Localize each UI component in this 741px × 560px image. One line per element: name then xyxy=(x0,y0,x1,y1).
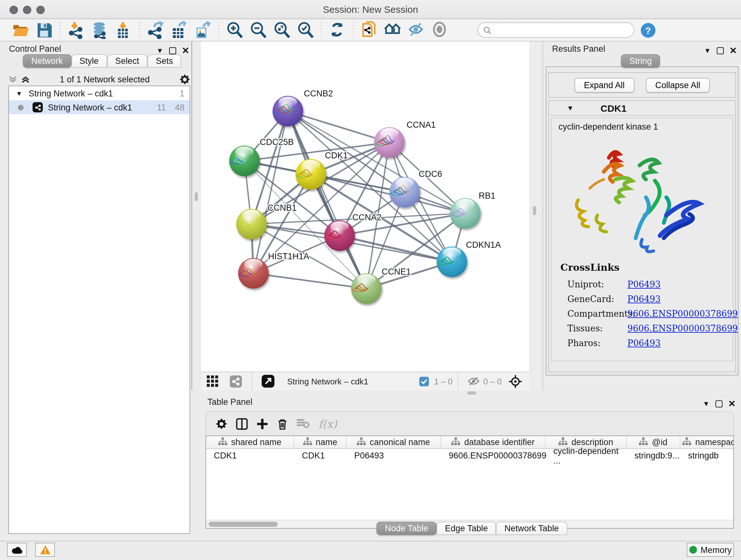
column-header-shared-name[interactable]: shared name xyxy=(206,436,294,448)
node-label-CDKN1A: CDKN1A xyxy=(466,240,501,250)
cloud-button[interactable] xyxy=(7,543,27,557)
birds-eye-view-icon[interactable] xyxy=(507,373,524,390)
gear-icon[interactable] xyxy=(179,74,190,85)
column-header-@id[interactable]: @id xyxy=(627,436,680,448)
crosslink-value-link[interactable]: 9606.ENSP00000378699 xyxy=(627,323,738,333)
collapse-panel-icon[interactable]: ▼ xyxy=(704,47,711,54)
memory-button[interactable]: Memory xyxy=(687,543,734,557)
import-network-icon[interactable] xyxy=(68,21,85,39)
float-panel-icon[interactable] xyxy=(717,47,724,54)
cell-shared-name[interactable]: CDK1 xyxy=(206,451,294,460)
zoom-in-icon[interactable] xyxy=(226,21,243,39)
node-CCNA2[interactable] xyxy=(324,220,355,251)
table-settings-gear-icon[interactable] xyxy=(216,418,227,429)
edge-HIST1H1A-CCNE1[interactable] xyxy=(253,273,366,289)
collapse-panel-icon[interactable]: ▼ xyxy=(156,47,163,54)
node-HIST1H1A[interactable] xyxy=(238,258,269,289)
tab-edge-table[interactable]: Edge Table xyxy=(436,522,496,535)
selected-checkbox-icon[interactable] xyxy=(415,373,433,390)
expand-all-button[interactable]: Expand All xyxy=(575,78,634,92)
tab-network-table[interactable]: Network Table xyxy=(496,522,567,535)
node-RB1[interactable] xyxy=(450,198,481,229)
gene-section-header[interactable]: ▼ CDK1 xyxy=(549,101,735,116)
tab-string[interactable]: String xyxy=(621,54,660,68)
node-CDKN1A[interactable] xyxy=(436,246,467,277)
edge-CCNB2-HIST1H1A[interactable] xyxy=(253,111,288,273)
expand-all-icon[interactable] xyxy=(21,75,30,84)
zoom-out-icon[interactable] xyxy=(250,21,267,39)
cell-namespac[interactable]: stringdb xyxy=(680,451,734,460)
tab-sets[interactable]: Sets xyxy=(147,54,181,68)
node-table[interactable]: shared namenamecanonical namedatabase id… xyxy=(205,435,734,529)
crosslink-value-link[interactable]: P06493 xyxy=(627,338,661,348)
network-tree-item[interactable]: ▼String Network – cdk11 xyxy=(9,86,190,100)
hide-panel-icon[interactable] xyxy=(408,21,425,39)
zoom-fit-icon[interactable] xyxy=(273,21,290,39)
network-tree-item[interactable]: String Network – cdk11148 xyxy=(9,100,190,114)
warnings-button[interactable] xyxy=(35,543,55,557)
right-splitter[interactable] xyxy=(529,42,543,390)
annotation-icon[interactable] xyxy=(360,21,378,39)
help-icon[interactable]: ? xyxy=(639,21,657,39)
export-table-icon[interactable] xyxy=(171,21,188,39)
node-CCNA1[interactable] xyxy=(374,127,405,158)
zoom-selected-icon[interactable] xyxy=(297,21,314,39)
collapse-all-icon[interactable] xyxy=(8,75,17,84)
save-icon[interactable] xyxy=(36,21,53,39)
show-panel-icon[interactable] xyxy=(431,21,449,39)
cell-name[interactable]: CDK1 xyxy=(294,451,347,460)
edge-count: 48 xyxy=(175,103,185,112)
collapse-node-icon[interactable]: ▼ xyxy=(16,90,22,97)
search-input[interactable] xyxy=(477,22,634,38)
grid-view-icon[interactable] xyxy=(204,373,221,390)
edge-CCNB2-CCNA1[interactable] xyxy=(288,111,389,142)
node-CCNE1[interactable] xyxy=(351,273,382,304)
collapse-panel-icon[interactable]: ▼ xyxy=(703,400,710,408)
crosslink-value-link[interactable]: 9606.ENSP00000378699 xyxy=(627,308,738,319)
node-CDC25B[interactable] xyxy=(229,145,260,176)
close-panel-icon[interactable]: ✕ xyxy=(728,398,736,409)
import-table-icon[interactable] xyxy=(115,21,132,39)
crosslink-value-link[interactable]: P06493 xyxy=(627,294,661,304)
show-columns-icon[interactable] xyxy=(236,418,248,429)
table-row[interactable]: CDK1CDK1P064939606.ENSP00000378699cyclin… xyxy=(206,449,733,462)
left-splitter[interactable] xyxy=(192,42,201,390)
close-panel-icon[interactable]: ✕ xyxy=(182,45,189,56)
open-in-window-icon[interactable] xyxy=(259,373,276,390)
float-panel-icon[interactable] xyxy=(716,400,723,407)
close-panel-icon[interactable]: ✕ xyxy=(730,45,737,56)
scrollbar-thumb[interactable] xyxy=(209,522,278,527)
crosslink-value-link[interactable]: P06493 xyxy=(627,279,661,289)
export-network-icon[interactable] xyxy=(147,21,164,39)
node-CDC6[interactable] xyxy=(389,177,420,207)
collapse-section-icon[interactable]: ▼ xyxy=(567,104,574,112)
open-folder-icon[interactable] xyxy=(12,21,29,39)
tab-select[interactable]: Select xyxy=(107,54,147,68)
edge-CCNA2-CDKN1A[interactable] xyxy=(340,236,452,262)
tab-network[interactable]: Network xyxy=(23,54,71,68)
home-icon[interactable] xyxy=(384,21,401,39)
refresh-icon[interactable] xyxy=(329,21,346,39)
node-CDK1[interactable] xyxy=(295,159,326,190)
node-CCNB1[interactable] xyxy=(236,209,267,240)
collapse-all-button[interactable]: Collapse All xyxy=(646,78,710,92)
column-header-namespac[interactable]: namespac xyxy=(680,436,734,448)
cell-database-identifier[interactable]: 9606.ENSP00000378699 xyxy=(441,451,546,460)
node-label-CCNE1: CCNE1 xyxy=(382,267,411,276)
cell-canonical-name[interactable]: P06493 xyxy=(347,451,441,460)
column-header-database-identifier[interactable]: database identifier xyxy=(441,436,546,448)
cell-description[interactable]: cyclin-dependent ... xyxy=(546,446,627,465)
export-image-icon[interactable] xyxy=(194,21,211,39)
import-database-icon[interactable] xyxy=(91,21,109,39)
float-panel-icon[interactable] xyxy=(169,47,176,54)
node-CCNB2[interactable] xyxy=(273,96,303,126)
column-header-canonical-name[interactable]: canonical name xyxy=(347,436,441,448)
network-thumbnail-icon[interactable] xyxy=(227,373,245,390)
tab-style[interactable]: Style xyxy=(71,54,107,68)
cell-@id[interactable]: stringdb:9... xyxy=(627,451,680,460)
delete-column-icon[interactable] xyxy=(277,418,288,429)
column-header-name[interactable]: name xyxy=(294,436,347,448)
tab-node-table[interactable]: Node Table xyxy=(377,522,436,535)
network-canvas[interactable]: CCNB2CCNA1CDC25BCDK1CDC6RB1CCNB1CCNA2CDK… xyxy=(201,42,529,372)
add-column-icon[interactable] xyxy=(257,418,268,429)
